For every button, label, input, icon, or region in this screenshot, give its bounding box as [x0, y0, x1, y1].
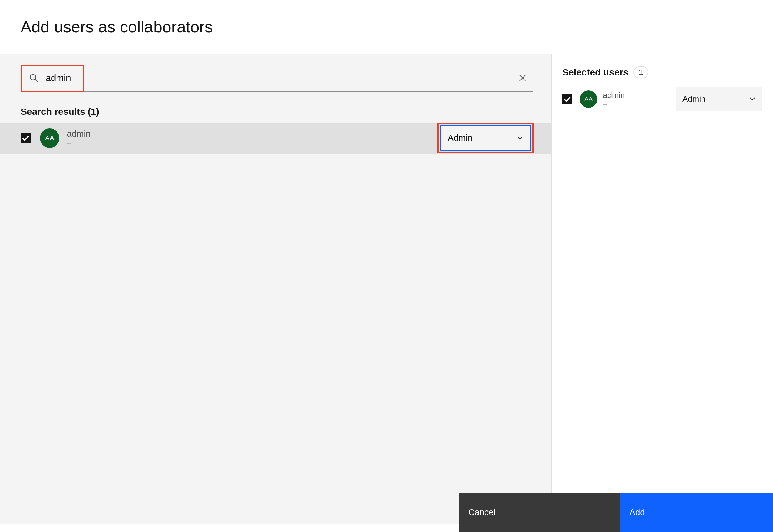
cancel-button[interactable]: Cancel — [459, 493, 620, 532]
search-icon — [29, 74, 38, 82]
check-icon — [563, 95, 571, 103]
footer: Cancel Add — [459, 493, 773, 532]
user-subtitle: -- — [67, 139, 440, 148]
add-button[interactable]: Add — [620, 493, 773, 532]
clear-search-button[interactable] — [519, 74, 526, 82]
avatar: AA — [580, 90, 597, 108]
role-select-wrapper: Admin — [440, 126, 531, 150]
search-input[interactable] — [46, 73, 519, 83]
role-select-label: Admin — [448, 133, 472, 143]
search-results-header: Search results (1) — [0, 92, 551, 123]
selected-count-badge: 1 — [634, 66, 649, 78]
selected-checkbox[interactable] — [562, 94, 572, 104]
selected-panel: Selected users 1 AA admin -- Admin — [551, 54, 773, 524]
role-select[interactable]: Admin — [676, 87, 762, 111]
selected-users-title: Selected users — [562, 67, 629, 78]
chevron-down-icon — [749, 96, 756, 102]
svg-line-1 — [35, 79, 37, 82]
user-info: admin -- — [67, 129, 440, 148]
close-icon — [519, 74, 526, 82]
page-title: Add users as collaborators — [21, 17, 773, 36]
avatar: AA — [40, 128, 59, 148]
role-select-label: Admin — [683, 94, 706, 104]
role-select[interactable]: Admin — [440, 126, 531, 150]
header: Add users as collaborators — [0, 0, 773, 54]
search-result-row[interactable]: AA admin -- Admin — [0, 123, 551, 154]
svg-point-0 — [30, 75, 36, 80]
user-name: admin — [603, 90, 676, 100]
check-icon — [22, 134, 29, 142]
main-container: Search results (1) AA admin -- Admin — [0, 54, 773, 524]
user-info: admin -- — [603, 90, 676, 108]
user-name: admin — [67, 129, 440, 139]
search-wrapper — [21, 65, 532, 92]
selected-user-row[interactable]: AA admin -- Admin — [552, 86, 773, 113]
result-checkbox[interactable] — [21, 133, 31, 143]
search-box[interactable] — [21, 65, 532, 92]
search-panel: Search results (1) AA admin -- Admin — [0, 54, 551, 524]
user-subtitle: -- — [603, 101, 676, 108]
selected-header: Selected users 1 — [552, 54, 773, 86]
chevron-down-icon — [517, 135, 523, 141]
